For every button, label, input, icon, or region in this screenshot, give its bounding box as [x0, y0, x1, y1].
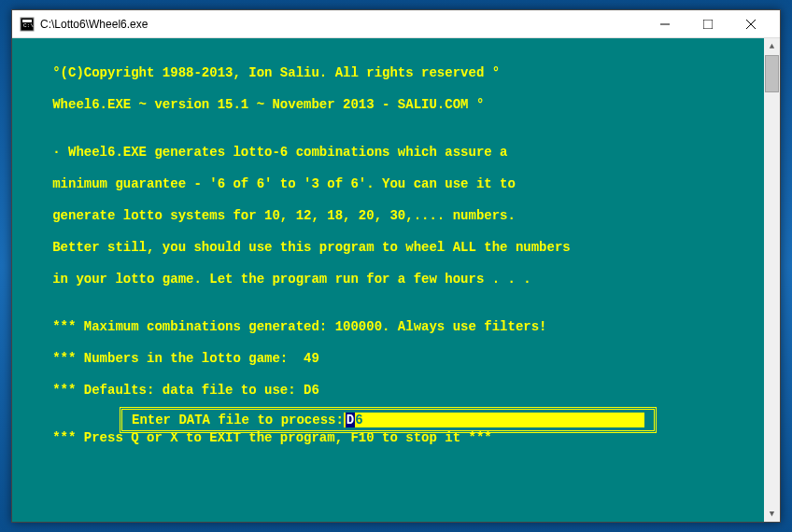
svg-rect-4	[703, 20, 713, 29]
maximize-button[interactable]	[686, 11, 729, 37]
titlebar[interactable]: C:\ C:\Lotto6\Wheel6.exe	[12, 10, 780, 38]
window-title: C:\Lotto6\Wheel6.exe	[40, 18, 644, 31]
console-line: · Wheel6.EXE generates lotto-6 combinati…	[29, 145, 763, 161]
input-cursor: D	[346, 413, 355, 427]
console-line: minimum guarantee - '6 of 6' to '3 of 6'…	[29, 176, 763, 192]
console-line: *** Numbers in the lotto game: 49	[29, 351, 763, 367]
console-line: °(C)Copyright 1988-2013, Ion Saliu. All …	[29, 65, 763, 81]
svg-text:C:\: C:\	[23, 22, 34, 29]
data-file-input[interactable]: D6	[344, 413, 644, 427]
console-line: Wheel6.EXE ~ version 15.1 ~ November 201…	[29, 97, 763, 113]
app-icon: C:\	[20, 17, 35, 32]
close-button[interactable]	[729, 11, 772, 37]
console-line: *** Maximum combinations generated: 1000…	[29, 319, 763, 335]
input-box: Enter DATA file to process: D6	[120, 407, 657, 433]
scroll-down-arrow[interactable]: ▼	[764, 506, 780, 522]
console-line: *** Defaults: data file to use: D6	[29, 383, 763, 399]
minimize-button[interactable]	[644, 11, 686, 37]
console-line: Better still, you should use this progra…	[29, 240, 763, 256]
window-controls	[644, 11, 772, 37]
console-line: generate lotto systems for 10, 12, 18, 2…	[29, 208, 763, 224]
window-frame: C:\ C:\Lotto6\Wheel6.exe °(C)Copyright 1…	[11, 9, 781, 523]
vertical-scrollbar[interactable]: ▲ ▼	[764, 38, 780, 522]
scroll-up-arrow[interactable]: ▲	[764, 38, 780, 54]
scrollbar-thumb[interactable]	[765, 55, 779, 92]
console-area: °(C)Copyright 1988-2013, Ion Saliu. All …	[12, 38, 780, 522]
console-line: in your lotto game. Let the program run …	[29, 272, 763, 287]
input-prompt: Enter DATA file to process:	[132, 413, 344, 427]
input-rest: 6	[355, 413, 362, 427]
